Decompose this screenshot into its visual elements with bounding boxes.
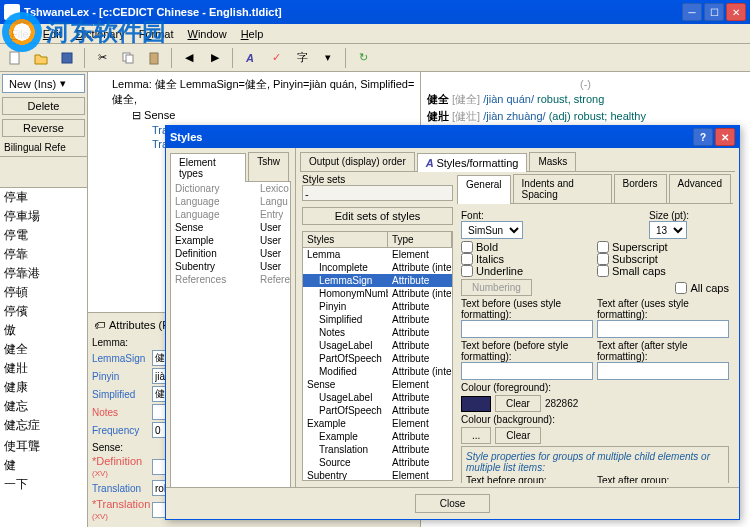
menu-dictionary[interactable]: Dictionary: [69, 26, 132, 42]
delete-button[interactable]: Delete: [2, 97, 85, 115]
tool-check-icon[interactable]: ✓: [265, 47, 287, 69]
bilingual-tab[interactable]: Bilingual Refe: [0, 139, 87, 157]
list-item[interactable]: 停車場: [0, 207, 87, 226]
superscript-checkbox[interactable]: Superscript: [597, 241, 729, 253]
font-select[interactable]: SimSun: [461, 221, 523, 239]
dialog-titlebar[interactable]: Styles ? ✕: [166, 126, 739, 148]
list-item[interactable]: 停靠: [0, 245, 87, 264]
list-item[interactable]: SenseElement: [303, 378, 452, 391]
list-item[interactable]: 健壯: [0, 359, 87, 378]
list-item[interactable]: TranslationAttribute: [303, 443, 452, 456]
tab-element-types[interactable]: Element types: [170, 153, 246, 182]
tool-lang-icon[interactable]: 字: [291, 47, 313, 69]
italics-checkbox[interactable]: Italics: [461, 253, 593, 265]
list-item[interactable]: SubentryUser: [171, 260, 290, 273]
tb-before-input[interactable]: [461, 362, 593, 380]
tree-sense[interactable]: ⊟ Sense: [92, 108, 416, 123]
list-item[interactable]: UsageLabelAttribute: [303, 391, 452, 404]
list-item[interactable]: SubentryElement: [303, 469, 452, 481]
list-item[interactable]: DictionaryLexico: [171, 182, 290, 195]
list-item[interactable]: 停電: [0, 226, 87, 245]
list-item[interactable]: 一下: [0, 475, 87, 494]
list-item[interactable]: ModifiedAttribute (inte: [303, 365, 452, 378]
menu-window[interactable]: Window: [181, 26, 234, 42]
tab-indents[interactable]: Indents and Spacing: [513, 174, 612, 203]
tab-general[interactable]: General: [457, 175, 511, 204]
tab-masks[interactable]: Masks: [529, 152, 576, 171]
list-item[interactable]: 停靠港: [0, 264, 87, 283]
tb-uses-input[interactable]: [461, 320, 593, 338]
bold-checkbox[interactable]: Bold: [461, 241, 593, 253]
tool-new-icon[interactable]: [4, 47, 26, 69]
list-item[interactable]: UsageLabelAttribute: [303, 339, 452, 352]
type-col-header[interactable]: Type: [388, 232, 452, 247]
tool-copy-icon[interactable]: [117, 47, 139, 69]
menu-file[interactable]: File: [4, 26, 36, 42]
tree-lemma[interactable]: Lemma: 健全 LemmaSign=健全, Pinyin=jiàn quán…: [92, 76, 416, 108]
tool-font-icon[interactable]: A: [239, 47, 261, 69]
list-item[interactable]: NotesAttribute: [303, 326, 452, 339]
list-item[interactable]: ExampleUser: [171, 234, 290, 247]
list-item[interactable]: LemmaSignAttribute: [303, 274, 452, 287]
list-item[interactable]: 使耳聾: [0, 437, 87, 456]
list-item[interactable]: SenseUser: [171, 221, 290, 234]
new-dropdown[interactable]: New (Ins) ▾: [2, 74, 85, 93]
list-item[interactable]: HomonymNumberAttribute (inte: [303, 287, 452, 300]
tool-paste-icon[interactable]: [143, 47, 165, 69]
minimize-button[interactable]: ─: [682, 3, 702, 21]
list-item[interactable]: 停頓: [0, 283, 87, 302]
list-item[interactable]: LanguageEntry: [171, 208, 290, 221]
list-item[interactable]: PartOfSpeechAttribute: [303, 404, 452, 417]
tab-output-order[interactable]: Output (display) order: [300, 152, 415, 171]
list-item[interactable]: ExampleElement: [303, 417, 452, 430]
menu-edit[interactable]: Edit: [36, 26, 69, 42]
ta-uses-input[interactable]: [597, 320, 729, 338]
ta-after-input[interactable]: [597, 362, 729, 380]
list-item[interactable]: LemmaElement: [303, 248, 452, 261]
tab-styles-formatting[interactable]: A Styles/formatting: [417, 153, 528, 172]
tab-tshw[interactable]: Tshw: [248, 152, 289, 181]
menu-format[interactable]: Format: [132, 26, 181, 42]
tool-open-icon[interactable]: [30, 47, 52, 69]
tool-prev-icon[interactable]: ◀: [178, 47, 200, 69]
list-item[interactable]: DefinitionUser: [171, 247, 290, 260]
bg-clear-button[interactable]: Clear: [495, 427, 541, 444]
fg-color-swatch[interactable]: [461, 396, 491, 412]
list-item[interactable]: 健忘症: [0, 416, 87, 435]
list-item[interactable]: 健康: [0, 378, 87, 397]
tool-next-icon[interactable]: ▶: [204, 47, 226, 69]
reverse-button[interactable]: Reverse: [2, 119, 85, 137]
tab-advanced[interactable]: Advanced: [669, 174, 731, 203]
list-item[interactable]: 停儐: [0, 302, 87, 321]
list-item[interactable]: PartOfSpeechAttribute: [303, 352, 452, 365]
menu-help[interactable]: Help: [234, 26, 271, 42]
list-item[interactable]: ReferencesRefere: [171, 273, 290, 286]
dialog-help-button[interactable]: ?: [693, 128, 713, 146]
list-item[interactable]: PinyinAttribute: [303, 300, 452, 313]
styles-list[interactable]: LemmaElementIncompleteAttribute (inteLem…: [302, 248, 453, 481]
element-types-list[interactable]: DictionaryLexicoLanguageLanguLanguageEnt…: [170, 182, 291, 487]
tool-cut-icon[interactable]: ✂: [91, 47, 113, 69]
list-item[interactable]: SimplifiedAttribute: [303, 313, 452, 326]
styles-col-header[interactable]: Styles: [303, 232, 388, 247]
bg-pick-button[interactable]: ...: [461, 427, 491, 444]
underline-checkbox[interactable]: Underline: [461, 265, 593, 277]
list-item[interactable]: SourceAttribute: [303, 456, 452, 469]
edit-sets-button[interactable]: Edit sets of styles: [302, 207, 453, 225]
dialog-close-button[interactable]: ✕: [715, 128, 735, 146]
close-button[interactable]: Close: [415, 494, 491, 513]
maximize-button[interactable]: ☐: [704, 3, 724, 21]
list-item[interactable]: 停車: [0, 188, 87, 207]
list-item[interactable]: IncompleteAttribute (inte: [303, 261, 452, 274]
list-item[interactable]: ExampleAttribute: [303, 430, 452, 443]
subscript-checkbox[interactable]: Subscript: [597, 253, 729, 265]
list-item[interactable]: 健: [0, 456, 87, 475]
tool-save-icon[interactable]: [56, 47, 78, 69]
style-sets-value[interactable]: -: [302, 185, 453, 201]
tool-refresh-icon[interactable]: ↻: [352, 47, 374, 69]
list-item[interactable]: 健全: [0, 340, 87, 359]
list-item[interactable]: 傲: [0, 321, 87, 340]
smallcaps-checkbox[interactable]: Small caps: [597, 265, 729, 277]
fg-clear-button[interactable]: Clear: [495, 395, 541, 412]
size-select[interactable]: 13: [649, 221, 687, 239]
